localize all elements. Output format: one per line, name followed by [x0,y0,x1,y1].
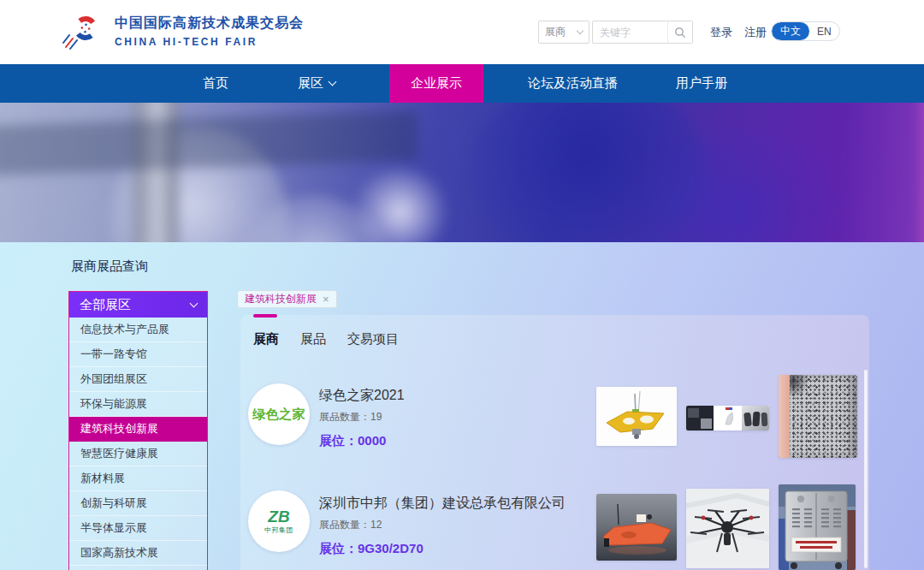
filter-tag-label: 建筑科技创新展 [245,292,317,306]
auth-links: 登录 注册 [710,25,767,40]
product-thumbnail-material-samples[interactable] [686,406,769,430]
exhibit-count: 展品数量：12 [319,518,566,532]
sidebar-item-label: 一带一路专馆 [80,347,147,362]
sidebar-header-all-zones[interactable]: 全部展区 [69,292,207,318]
sidebar-item-belt-road[interactable]: 一带一路专馆 [69,342,207,367]
page: 中国国际高新技术成果交易会 CHINA HI-TECH FAIR 展商 登 [0,0,924,570]
orange-rescue-boat-photo [596,494,677,561]
language-toggle: 中文 EN [771,21,840,41]
sidebar-item-it-products[interactable]: 信息技术与产品展 [69,318,207,342]
exhibit-count-value: 12 [370,519,382,531]
top-header: 中国国际高新技术成果交易会 CHINA HI-TECH FAIR 展商 登 [0,0,924,64]
sidebar-header-label: 全部展区 [80,297,131,313]
nav-label: 企业展示 [411,75,462,92]
panel-scrollbar[interactable] [864,370,868,568]
booth-number: 展位：0000 [319,433,405,449]
yellow-unmanned-boat-photo [596,387,677,446]
chevron-down-icon [190,299,198,307]
sidebar-item-label: 外国团组展区 [80,371,147,387]
stainless-steel-cabinet-photo [779,484,856,570]
sidebar-item-label: 建筑科技创新展 [80,421,158,436]
sidebar-item-foreign-groups[interactable]: 外国团组展区 [69,367,207,392]
sidebar-item-label: 新材料展 [80,471,125,486]
sidebar-item-label: 信息技术与产品展 [80,322,169,337]
exhibitor-name[interactable]: 绿色之家2021 [319,387,405,405]
exhibitor-logo-zhongbang[interactable]: ZB 中邦集团 [248,490,310,552]
sidebar-item-label: 环保与能源展 [80,396,147,412]
sidebar-item-label: 智慧医疗健康展 [80,446,158,461]
nav-label: 论坛及活动直播 [528,75,618,92]
exhibit-count-value: 19 [370,411,382,423]
sidebar-item-label: 国家高新技术展 [80,545,158,561]
sidebar-item-label: 半导体显示展 [80,520,147,536]
nav-item-enterprise-display[interactable]: 企业展示 [389,64,483,103]
exhibit-count-label: 展品数量： [319,411,370,423]
nav-item-user-manual[interactable]: 用户手册 [676,64,727,103]
logo-text: 中邦集团 [264,525,293,535]
booth-label: 展位： [319,433,358,448]
sidebar-item-semiconductor-display[interactable]: 半导体显示展 [69,516,207,541]
banner-photo [0,103,924,242]
product-thumbnail-yellow-unmanned-boat[interactable] [596,387,677,446]
hexacopter-drone-photo [686,489,769,568]
header-search-category-select[interactable]: 展商 [538,21,589,44]
active-tab-indicator [253,314,277,318]
granite-insulation-panel-photo [779,375,857,458]
nav-item-forum-live[interactable]: 论坛及活动直播 [528,64,618,103]
header-search-category-value: 展商 [545,25,566,39]
exhibitor-logo-green-home[interactable]: 绿色之家 [248,383,310,445]
nav-item-home[interactable]: 首页 [203,64,228,103]
chevron-down-icon [329,78,337,86]
booth-label: 展位： [319,541,358,555]
product-thumbnail-drone[interactable] [686,489,769,568]
product-thumbnail-orange-boat[interactable] [596,494,677,561]
zone-sidebar: 全部展区 信息技术与产品展 一带一路专馆 外国团组展区 环保与能源展 建筑科技创… [68,291,208,570]
nav-label: 用户手册 [676,75,727,92]
product-thumbnail-granite-panel[interactable] [779,375,857,458]
filter-tag-close-icon[interactable]: × [323,294,329,305]
nav-label: 首页 [203,75,228,92]
filter-tag-chip: 建筑科技创新展 × [237,290,337,308]
exhibit-count: 展品数量：19 [319,410,405,425]
exhibit-count-label: 展品数量： [319,519,370,531]
header-search-input[interactable] [593,27,667,39]
logo-text: 绿色之家 [252,407,305,423]
booth-value: 0000 [358,433,386,448]
logo-mark: ZB [268,508,289,525]
building-material-samples-photo [686,406,769,430]
results-panel: 展商 展品 交易项目 绿色之家 绿色之家2021 展品数量：19 展位：0000 [240,315,869,570]
brand-logo[interactable]: 中国国际高新技术成果交易会 CHINA HI-TECH FAIR [62,13,304,54]
sidebar-item-national-hitech[interactable]: 国家高新技术展 [69,541,207,566]
exhibitor-info: 深圳市中邦（集团）建设总承包有限公司 展品数量：12 展位：9G30/2D70 [319,495,566,557]
header-search-box [592,21,693,44]
hero-banner: 展商 [0,103,924,242]
header-search: 展商 [538,21,693,44]
tab-exhibits[interactable]: 展品 [300,331,326,347]
tab-trade-projects[interactable]: 交易项目 [347,331,399,347]
nav-item-zones[interactable]: 展区 [298,64,335,103]
chf-logo-icon [62,13,105,54]
result-tabs: 展商 展品 交易项目 [253,331,399,347]
header-search-button[interactable] [667,21,692,43]
booth-number: 展位：9G30/2D70 [319,541,566,557]
lang-zh-button[interactable]: 中文 [772,22,809,40]
search-icon [674,27,686,39]
booth-value: 9G30/2D70 [358,541,424,555]
sidebar-item-label: 创新与科研展 [80,496,147,511]
product-thumbnail-steel-cabinet[interactable] [779,484,856,570]
login-link[interactable]: 登录 [710,25,732,40]
section-title: 展商展品查询 [71,258,148,275]
sidebar-item-environment-energy[interactable]: 环保与能源展 [69,392,207,417]
tab-exhibitors[interactable]: 展商 [253,331,279,347]
sidebar-item-new-materials[interactable]: 新材料展 [69,466,207,491]
lang-en-button[interactable]: EN [809,22,839,40]
sidebar-item-construction-tech[interactable]: 建筑科技创新展 [69,417,207,442]
chevron-down-icon [577,27,583,34]
exhibitor-info: 绿色之家2021 展品数量：19 展位：0000 [319,387,405,449]
nav-label: 展区 [298,75,323,92]
sidebar-item-innovation-research[interactable]: 创新与科研展 [69,491,207,516]
register-link[interactable]: 注册 [744,25,767,40]
exhibitor-name[interactable]: 深圳市中邦（集团）建设总承包有限公司 [319,495,566,513]
brand-title-en: CHINA HI-TECH FAIR [115,36,304,48]
sidebar-item-smart-healthcare[interactable]: 智慧医疗健康展 [69,442,207,466]
